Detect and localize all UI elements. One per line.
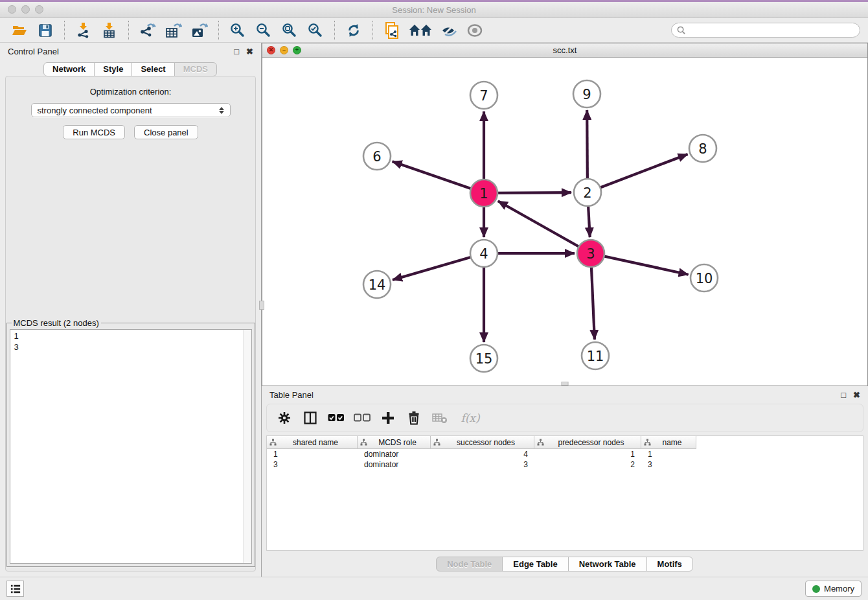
optimization-criterion-select[interactable]: strongly connected component: [31, 103, 231, 117]
export-image-button[interactable]: [189, 20, 210, 41]
cell-successor-nodes[interactable]: 3: [431, 460, 534, 469]
run-mcds-button[interactable]: Run MCDS: [63, 125, 125, 139]
network-from-selection-button[interactable]: [382, 20, 402, 41]
graph-node-15[interactable]: 15: [470, 345, 497, 372]
column-header-name[interactable]: name: [641, 436, 696, 449]
float-panel-icon[interactable]: □: [234, 47, 239, 56]
cell-successor-nodes[interactable]: 4: [431, 450, 534, 459]
control-panel-header: Control Panel □ ✖: [0, 43, 261, 60]
column-header-shared-name[interactable]: shared name: [267, 436, 358, 449]
float-table-panel-icon[interactable]: □: [841, 390, 846, 400]
column-header-mcds-role[interactable]: MCDS role: [358, 436, 431, 449]
tab-edge-table[interactable]: Edge Table: [502, 557, 568, 571]
table-row-1[interactable]: 3dominator323: [267, 459, 863, 470]
select-all-button[interactable]: [326, 408, 346, 428]
search-input[interactable]: [689, 25, 854, 35]
mcds-result-textarea[interactable]: 1 3: [10, 329, 252, 564]
delete-table-button[interactable]: [430, 408, 450, 428]
hide-selected-button[interactable]: [439, 20, 459, 41]
duplicate-network-icon: [384, 22, 400, 39]
graph-node-7[interactable]: 7: [470, 82, 497, 109]
control-panel: Control Panel □ ✖ NetworkStyleSelectMCDS…: [0, 43, 262, 577]
save-floppy-icon: [38, 23, 52, 38]
column-header-successor-nodes[interactable]: successor nodes: [431, 436, 534, 449]
graph-edge-3-10[interactable]: [591, 253, 689, 275]
graph-edge-2-8[interactable]: [588, 154, 688, 192]
add-row-button[interactable]: [378, 408, 398, 428]
tab-network[interactable]: Network: [43, 62, 95, 76]
tab-network-table[interactable]: Network Table: [568, 557, 647, 571]
graph-node-label: 15: [475, 351, 493, 367]
graph-node-label: 8: [698, 141, 707, 157]
show-all-button[interactable]: [464, 20, 485, 41]
close-window-button[interactable]: [8, 5, 16, 14]
graph-node-1[interactable]: 1: [470, 179, 497, 207]
graph-edge-3-1[interactable]: [498, 201, 591, 253]
graph-node-3[interactable]: 3: [577, 240, 604, 267]
zoom-selected-button[interactable]: [305, 20, 326, 41]
network-splitter-grip[interactable]: [562, 382, 569, 386]
zoom-fit-button[interactable]: [279, 20, 300, 41]
network-minimize-button[interactable]: –: [280, 46, 288, 54]
result-scrollbar[interactable]: [243, 330, 251, 563]
export-network-button[interactable]: [137, 20, 158, 41]
graph-node-9[interactable]: 9: [573, 80, 600, 108]
cell-mcds-role[interactable]: dominator: [358, 460, 431, 469]
network-zoom-button[interactable]: +: [293, 46, 301, 54]
eye-icon: [466, 23, 483, 38]
cell-shared-name[interactable]: 1: [267, 450, 358, 459]
import-network-button[interactable]: [73, 20, 94, 41]
cell-name[interactable]: 1: [641, 450, 696, 459]
cell-predecessor-nodes[interactable]: 1: [534, 450, 641, 459]
tab-motifs[interactable]: Motifs: [646, 557, 693, 571]
memory-button[interactable]: Memory: [805, 581, 862, 597]
zoom-in-button[interactable]: [227, 20, 248, 41]
graph-edge-1-6[interactable]: [393, 161, 484, 193]
table-row-0[interactable]: 1dominator411: [267, 449, 863, 459]
graph-node-14[interactable]: 14: [363, 271, 391, 298]
open-folder-icon: [12, 23, 27, 38]
close-panel-button[interactable]: Close panel: [134, 125, 198, 139]
first-neighbors-button[interactable]: [407, 20, 433, 41]
import-table-button[interactable]: [99, 20, 120, 41]
close-table-panel-icon[interactable]: ✖: [853, 390, 860, 400]
tab-node-table[interactable]: Node Table: [436, 557, 503, 571]
graph-node-11[interactable]: 11: [582, 342, 609, 369]
column-chooser-button[interactable]: [301, 408, 320, 428]
function-builder-button[interactable]: f(x): [456, 408, 485, 428]
delete-row-button[interactable]: [404, 408, 424, 428]
save-session-button[interactable]: [35, 20, 56, 41]
graph-node-8[interactable]: 8: [689, 135, 716, 162]
zoom-out-button[interactable]: [253, 20, 274, 41]
cell-shared-name[interactable]: 3: [267, 460, 358, 469]
graph-node-4[interactable]: 4: [470, 240, 497, 267]
apply-layout-button[interactable]: [343, 20, 364, 41]
graph-node-6[interactable]: 6: [363, 143, 391, 170]
cell-mcds-role[interactable]: dominator: [358, 450, 431, 459]
column-header-predecessor-nodes[interactable]: predecessor nodes: [534, 436, 641, 449]
table-settings-button[interactable]: [275, 408, 294, 428]
close-panel-icon[interactable]: ✖: [246, 47, 253, 56]
graph-node-2[interactable]: 2: [574, 179, 601, 206]
panel-splitter-grip[interactable]: [259, 301, 264, 310]
mcds-buttons-row: Run MCDS Close panel: [63, 125, 198, 139]
cell-predecessor-nodes[interactable]: 2: [534, 460, 641, 469]
maximize-window-button[interactable]: [35, 5, 43, 14]
network-close-button[interactable]: ✕: [267, 46, 275, 54]
network-graph: 7968124314101511: [262, 58, 865, 384]
tree-icon: [433, 439, 440, 446]
tab-style[interactable]: Style: [94, 62, 132, 76]
graph-node-label: 11: [587, 349, 604, 364]
network-canvas[interactable]: 7968124314101511: [262, 58, 867, 386]
minimize-window-button[interactable]: [21, 5, 30, 14]
export-table-button[interactable]: [163, 20, 184, 41]
memory-status-dot: [812, 585, 820, 593]
tab-mcds[interactable]: MCDS: [174, 62, 217, 76]
table-panel-title: Table Panel: [269, 390, 314, 400]
task-history-button[interactable]: [6, 581, 24, 597]
open-session-button[interactable]: [9, 20, 30, 41]
graph-node-10[interactable]: 10: [691, 264, 718, 292]
tab-select[interactable]: Select: [131, 62, 174, 76]
deselect-all-button[interactable]: [352, 408, 372, 428]
cell-name[interactable]: 3: [641, 460, 696, 469]
